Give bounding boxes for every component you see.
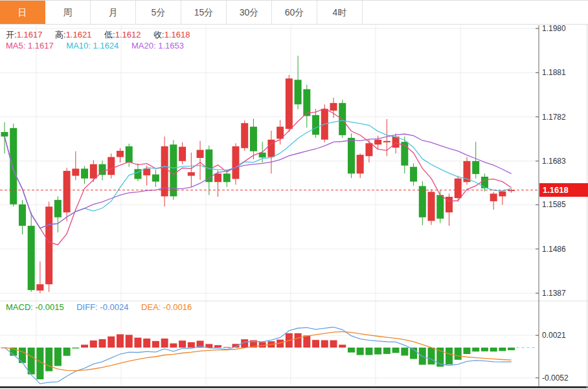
candle-body [214, 173, 221, 182]
macd-bar [143, 339, 150, 348]
ma-line-ma5 [5, 109, 512, 245]
macd-bar [455, 348, 462, 360]
candle-body [330, 103, 337, 111]
close-value: 1.1618 [164, 30, 190, 39]
open-value: 1.1617 [17, 30, 43, 39]
macd-bar [392, 348, 400, 353]
candle-body [63, 171, 71, 212]
price-chart-canvas[interactable] [0, 1, 588, 389]
macd-bar [107, 337, 115, 348]
ma5-value: 1.1617 [28, 41, 54, 50]
macd-bar [490, 348, 497, 351]
trading-chart-app: { "toolbar": { "tabs": [ {"label": "日", … [0, 0, 588, 389]
macd-bar [36, 348, 43, 379]
macd-bar [90, 340, 97, 348]
macd-bar [170, 344, 177, 348]
candle-body [188, 172, 195, 176]
candle-body [1, 132, 8, 137]
price-axis-label: 1.1980 [542, 24, 586, 33]
candle-body [179, 147, 186, 161]
macd-bar [428, 348, 435, 364]
candle-body [152, 175, 159, 182]
macd-bar [348, 348, 355, 353]
low-label: 低: [104, 30, 115, 39]
macd-bar [321, 340, 328, 348]
candle-body [428, 192, 435, 221]
macd-bar [374, 348, 381, 355]
candle-body [374, 140, 381, 145]
macd-info-row: MACD: -0.0015 DIFF: -0.0024 DEA: -0.0016 [6, 302, 202, 312]
candle-body [357, 155, 364, 173]
candle-body [28, 226, 35, 290]
macd-bar [45, 348, 52, 372]
macd-bar [28, 348, 35, 374]
ma5-label: MA5: [6, 41, 25, 50]
candle-body [81, 169, 88, 179]
macd-bar [81, 345, 88, 348]
candle-body [223, 173, 231, 182]
macd-bar [63, 348, 71, 356]
ma-line-ma10 [5, 120, 512, 228]
candle-body [143, 169, 150, 175]
candle-body [36, 284, 43, 291]
macd-bar [152, 341, 159, 348]
macd-bar [481, 348, 488, 351]
period-tab-0[interactable]: 日 [0, 1, 45, 24]
ma10-value: 1.1624 [93, 41, 119, 50]
diff-label: DIFF: [76, 302, 98, 312]
price-axis-label: 1.1585 [542, 200, 586, 209]
macd-bar [295, 333, 302, 348]
period-tab-7[interactable]: 4时 [317, 1, 363, 24]
candle-body [312, 115, 319, 135]
candle-body [241, 123, 248, 148]
macd-bar [214, 345, 221, 348]
price-axis-label: 1.1387 [542, 289, 586, 298]
last-price-badge: 1.1618 [539, 183, 588, 197]
candle-body [490, 194, 497, 201]
candle-body [295, 80, 302, 104]
close-label: 收: [153, 30, 164, 39]
price-axis-label: 1.1683 [542, 157, 586, 166]
candle-body [455, 179, 462, 198]
period-tab-3[interactable]: 5分 [136, 1, 181, 24]
macd-bar [357, 348, 364, 355]
candle-body [10, 128, 17, 205]
macd-bar [259, 342, 266, 348]
ma20-value: 1.1653 [158, 41, 184, 50]
candle-body [383, 141, 390, 142]
candle-body [481, 177, 488, 188]
period-tab-6[interactable]: 60分 [272, 1, 317, 24]
macd-axis-label: -0.0052 [542, 373, 586, 383]
dea-line [5, 331, 512, 370]
macd-bar [339, 345, 346, 348]
bottom-border [0, 386, 588, 388]
diff-value: -0.0024 [100, 302, 128, 312]
candle-body [419, 186, 426, 217]
price-axis-label: 1.1486 [542, 245, 586, 254]
period-toolbar: 日周月5分15分30分60分4时 [0, 1, 588, 25]
candle-body [410, 167, 417, 182]
high-value: 1.1621 [66, 30, 92, 39]
ma-info-row: MA5: 1.1617 MA10: 1.1624 MA20: 1.1653 [6, 41, 194, 50]
candle-body [54, 200, 62, 217]
period-tab-5[interactable]: 30分 [227, 1, 272, 24]
price-axis-label: 1.1782 [542, 113, 586, 122]
dea-value: -0.0016 [163, 302, 192, 312]
open-label: 开: [6, 30, 17, 39]
period-tab-1[interactable]: 周 [45, 1, 91, 24]
macd-bar [499, 348, 506, 351]
candle-body [90, 164, 97, 179]
period-tab-4[interactable]: 15分 [181, 1, 227, 24]
macd-bar [303, 335, 310, 348]
period-tab-2[interactable]: 月 [91, 1, 136, 24]
macd-bar [72, 348, 79, 348]
macd-bar [463, 348, 470, 354]
macd-bar [472, 348, 479, 351]
macd-bar [54, 348, 62, 366]
macd-bar [446, 348, 453, 364]
candle-body [348, 138, 355, 173]
candle-body [45, 206, 52, 284]
macd-bar [134, 338, 141, 348]
macd-bar [126, 335, 133, 348]
candle-body [126, 146, 133, 162]
